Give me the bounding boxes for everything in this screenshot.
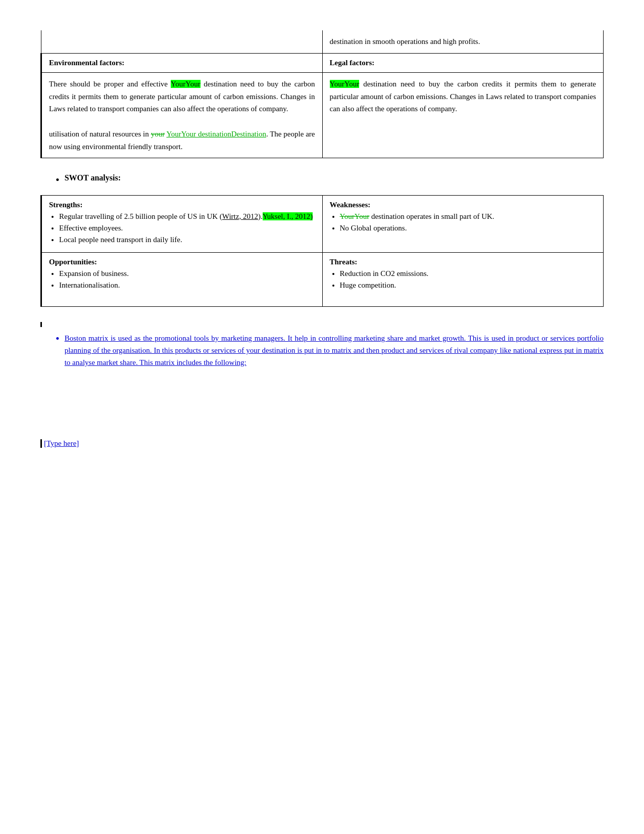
legal-header-label: Legal factors: — [330, 59, 375, 67]
legal-header-cell: Legal factors: — [322, 53, 604, 72]
strengths-cell: Strengths: Regular travelling of 2.5 bil… — [41, 195, 323, 252]
env-text-2: utilisation of natural resources in your… — [49, 130, 315, 151]
wirtz-link: Wirtz, 2012 — [222, 212, 258, 220]
continuation-row: destination in smooth operations and hig… — [41, 30, 604, 53]
swot-bullet: • — [56, 173, 60, 187]
sw-row: Strengths: Regular travelling of 2.5 bil… — [41, 195, 604, 252]
footer: [Type here] — [40, 439, 604, 448]
environmental-header-label: Environmental factors: — [49, 59, 124, 67]
top-table: destination in smooth operations and hig… — [40, 30, 604, 158]
continuation-right-text: destination in smooth operations and hig… — [330, 37, 480, 45]
opportunity-item-2: Internationalisation. — [59, 281, 315, 290]
strength-item-1: Regular travelling of 2.5 billion people… — [59, 212, 315, 221]
swot-table: Strengths: Regular travelling of 2.5 bil… — [40, 195, 604, 307]
threat-item-2: Huge competition. — [340, 281, 597, 290]
page-container: destination in smooth operations and hig… — [40, 30, 604, 448]
boston-matrix-section: • Boston matrix is used as the promotion… — [40, 332, 604, 368]
legal-highlight: YourYour — [330, 80, 360, 88]
weaknesses-list: YourYour destination operates in small p… — [330, 212, 597, 233]
footer-text: [Type here] — [44, 439, 79, 447]
ot-row: Opportunities: Expansion of business. In… — [41, 252, 604, 306]
yuksel-highlight: Yuksel, I., 2012) — [263, 212, 313, 220]
swot-title: SWOT analysis: — [65, 173, 121, 182]
threat-item-1: Reduction in CO2 emissions. — [340, 269, 597, 278]
opportunities-header: Opportunities: — [49, 258, 315, 266]
env-text-1: There should be proper and effective You… — [49, 80, 315, 113]
continuation-left-cell — [41, 30, 323, 53]
boston-bullet: • — [56, 332, 60, 345]
strength-item-3: Local people need transport in daily lif… — [59, 236, 315, 244]
weaknesses-header: Weaknesses: — [330, 201, 597, 209]
env-highlight-1: YourYour — [171, 80, 201, 88]
opportunity-item-1: Expansion of business. — [59, 269, 315, 278]
strengths-list: Regular travelling of 2.5 billion people… — [49, 212, 315, 244]
legal-body-cell: YourYour destination need to buy the car… — [322, 72, 604, 158]
environmental-header-cell: Environmental factors: — [41, 53, 323, 72]
threats-header: Threats: — [330, 258, 597, 266]
strength-item-2: Effective employees. — [59, 224, 315, 233]
legal-body-text: YourYour destination need to buy the car… — [330, 80, 597, 113]
factor-body-row: There should be proper and effective You… — [41, 72, 604, 158]
weakness-item-1: YourYour destination operates in small p… — [340, 212, 597, 221]
left-bar-decoration — [40, 322, 604, 327]
factor-header-row: Environmental factors: Legal factors: — [41, 53, 604, 72]
opportunities-list: Expansion of business. Internationalisat… — [49, 269, 315, 290]
continuation-right-cell: destination in smooth operations and hig… — [322, 30, 604, 53]
swot-heading-container: • SWOT analysis: — [40, 173, 604, 187]
footer-spacer — [40, 379, 604, 419]
env-strikethrough: your — [151, 130, 165, 138]
threats-cell: Threats: Reduction in CO2 emissions. Hug… — [322, 252, 604, 306]
environmental-body-cell: There should be proper and effective You… — [41, 72, 323, 158]
weaknesses-cell: Weaknesses: YourYour destination operate… — [322, 195, 604, 252]
boston-matrix-text: Boston matrix is used as the promotional… — [65, 332, 604, 368]
threats-list: Reduction in CO2 emissions. Huge competi… — [330, 269, 597, 290]
opportunities-cell: Opportunities: Expansion of business. In… — [41, 252, 323, 306]
env-underline: YourYour destinationDestination — [166, 130, 266, 138]
weakness-highlight: YourYour — [340, 212, 370, 220]
weakness-item-2: No Global operations. — [340, 224, 597, 233]
strengths-header: Strengths: — [49, 201, 315, 209]
